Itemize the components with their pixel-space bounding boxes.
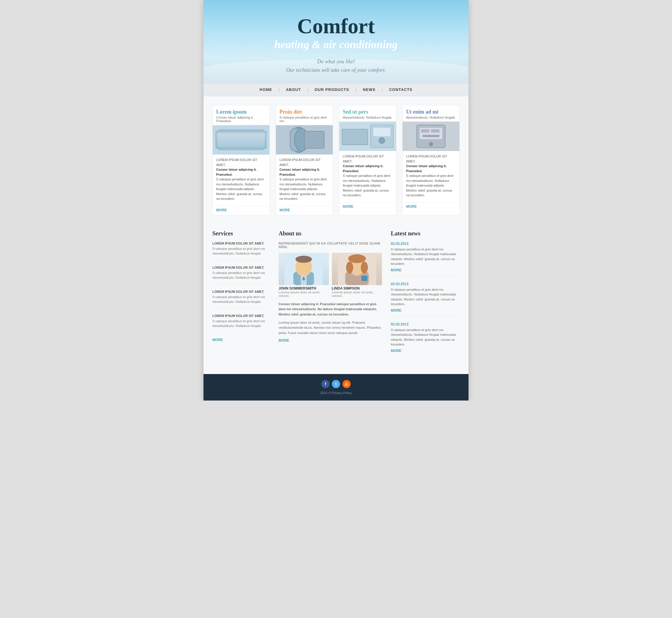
product-more-3[interactable]: MORE (339, 202, 396, 212)
svg-point-36 (345, 385, 346, 386)
nav-products[interactable]: OUR PRODUCTS (309, 87, 354, 92)
product-image-3 (339, 121, 396, 151)
team-member-2-role: Loremp ipsum dolor sit amet, consec. (332, 291, 382, 298)
svg-rect-22 (423, 135, 440, 137)
product-title-3: Sed ut pers (339, 105, 396, 116)
nav-contacts[interactable]: CONTACTS (384, 87, 418, 92)
news-text-1: S natoque penatibus et gnis dent mo ntes… (391, 247, 460, 266)
footer-copyright: 2013 © Privacy Policy (209, 391, 463, 395)
about-body-text: Loremp ipsum dolor sit amet, consec tetu… (278, 320, 382, 336)
service-item-text-4: S natoque penatibus et gnis dent mo ntes… (212, 319, 270, 328)
news-more-3[interactable]: MORE (391, 349, 460, 353)
product-subtitle-4: Atessetuidiuclu. Nulladuce feugiat. (403, 116, 459, 121)
team-member-2: LINDA SIMPSON Loremp ipsum dolor sit ame… (332, 253, 382, 298)
svg-rect-10 (305, 131, 325, 148)
product-image-1 (213, 125, 269, 154)
team-member-1-role: Loremp ipsum dolor sit amet, consec. (278, 291, 329, 298)
svg-rect-14 (373, 128, 391, 136)
product-body-4: LOREM IPSUM DOLOR SIT AMET, Consec tetue… (403, 151, 459, 201)
facebook-icon[interactable]: f (321, 380, 330, 388)
service-item-text-2: S natoque penatibus et gnis dent mo ntes… (212, 271, 270, 280)
about-team: JOHN SOMMERSMITH Loremp ipsum dolor sit … (278, 253, 382, 298)
svg-point-26 (296, 256, 312, 263)
svg-point-32 (348, 254, 366, 263)
main-nav: HOME | ABOUT | OUR PRODUCTS | NEWS | CON… (203, 83, 469, 96)
product-title-4: Ut enim ad mi (403, 105, 459, 116)
service-item-2: LOREM IPSUM DOLOR SIT AMET, S natoque pe… (212, 266, 270, 285)
news-more-2[interactable]: MORE (391, 308, 460, 313)
about-subtitle: REPREHENDERIT QUI IN EA VOLUPTATE VELIT … (278, 241, 382, 249)
about-title: About us (278, 230, 382, 237)
nav-home[interactable]: HOME (254, 87, 277, 92)
footer: f t 2013 © Privacy Policy (203, 374, 469, 401)
news-title: Latest news (391, 230, 460, 237)
bottom-grid: Services LOREM IPSUM DOLOR SIT AMET, S n… (212, 227, 460, 371)
svg-rect-19 (421, 129, 430, 133)
product-title-1: Lorem ipsum (213, 105, 269, 116)
product-subtitle-2: S natoque penatibus et gnis dent mo. (276, 116, 333, 125)
products-grid: Lorem ipsum Consec tetuer adipicing it. … (212, 105, 460, 215)
svg-rect-1 (218, 130, 264, 150)
product-body-3: LOREM IPSUM DOLOR SIT AMET, Consec tetue… (339, 151, 396, 201)
service-item-text-3: S natoque penatibus et gnis dent mo ntes… (212, 295, 270, 304)
product-image-4 (403, 121, 459, 151)
svg-point-15 (379, 138, 385, 143)
product-more-1[interactable]: MORE (213, 206, 269, 215)
product-title-2: Proin diet (276, 105, 333, 116)
team-member-2-img (332, 253, 382, 285)
team-member-2-name: LINDA SIMPSON (332, 286, 382, 291)
news-item-2: 02.03.2013 S natoque penatibus et gnis d… (391, 282, 460, 317)
product-card-3: Sed ut pers Atessetuidiuclu. Nulladuce f… (339, 105, 396, 215)
hero-title-comfort: Comfort (215, 15, 457, 38)
news-more-1[interactable]: MORE (391, 268, 460, 272)
svg-point-33 (346, 262, 353, 274)
service-item-3: LOREM IPSUM DOLOR SIT AMET, S natoque pe… (212, 290, 270, 309)
svg-rect-35 (361, 276, 367, 281)
news-text-3: S natoque penatibus et gnis dent mo ntes… (391, 327, 460, 347)
service-item-title-3: LOREM IPSUM DOLOR SIT AMET, (212, 290, 270, 293)
product-body-2: LOREM IPSUM DOLOR SIT AMET, Consec tetue… (276, 154, 333, 204)
service-item-4: LOREM IPSUM DOLOR SIT AMET, S natoque pe… (212, 314, 270, 332)
service-item-title-2: LOREM IPSUM DOLOR SIT AMET, (212, 266, 270, 269)
twitter-icon[interactable]: t (332, 380, 340, 388)
svg-rect-12 (342, 129, 368, 145)
product-more-2[interactable]: MORE (276, 206, 333, 215)
team-member-1-img (278, 253, 329, 285)
nav-news[interactable]: NEWS (357, 87, 381, 92)
product-subtitle-3: Atessetuidiuclu. Nulladuce feugiat. (339, 116, 396, 121)
product-card-2: Proin diet S natoque penatibus et gnis d… (276, 105, 333, 215)
service-item-title-1: LOREM IPSUM DOLOR SIT AMET, (212, 241, 270, 245)
main-content: Lorem ipsum Consec tetuer adipicing it. … (203, 96, 469, 374)
news-date-2: 02.03.2013 (391, 282, 460, 286)
svg-point-34 (361, 262, 368, 274)
hero-tagline: Do what you like! Our technicians will t… (215, 58, 457, 75)
service-item-title-4: LOREM IPSUM DOLOR SIT AMET, (212, 314, 270, 318)
rss-icon[interactable] (342, 380, 351, 388)
about-more-link[interactable]: MORE (278, 338, 382, 342)
services-section: Services LOREM IPSUM DOLOR SIT AMET, S n… (212, 230, 270, 362)
services-more-link[interactable]: MORE (212, 338, 270, 342)
hero-section: Comfort heating & air conditioning Do wh… (203, 0, 469, 83)
product-image-2 (276, 125, 333, 154)
news-text-2: S natoque penatibus et gnis dent mo ntes… (391, 287, 460, 307)
news-section: Latest news 02.03.2013 S natoque penatib… (391, 230, 460, 362)
product-body-1: LOREM IPSUM DOLOR SIT AMET, Consec tetue… (213, 154, 269, 204)
footer-social: f t (209, 380, 463, 388)
hero-title-sub: heating & air conditioning (215, 38, 457, 51)
service-item-text-1: S natoque penatibus et gnis dent mo ntes… (212, 246, 270, 256)
product-more-4[interactable]: MORE (403, 202, 459, 212)
services-title: Services (212, 230, 270, 237)
nav-about[interactable]: ABOUT (281, 87, 306, 92)
product-card-1: Lorem ipsum Consec tetuer adipicing it. … (212, 105, 270, 215)
about-body-bold: Consec tetuer adipicing it. Praesebul na… (278, 302, 382, 317)
news-date-3: 02.03.2013 (391, 322, 460, 326)
svg-point-21 (429, 143, 433, 146)
product-subtitle-1: Consec tetuer adipicing it. Praesebul. (213, 116, 269, 125)
news-item-3: 02.03.2013 S natoque penatibus et gnis d… (391, 322, 460, 357)
team-member-1: JOHN SOMMERSMITH Loremp ipsum dolor sit … (278, 253, 329, 298)
team-member-1-name: JOHN SOMMERSMITH (278, 286, 329, 291)
news-date-1: 02.03.2013 (391, 241, 460, 246)
service-item-1: LOREM IPSUM DOLOR SIT AMET, S natoque pe… (212, 241, 270, 261)
product-card-4: Ut enim ad mi Atessetuidiuclu. Nulladuce… (402, 105, 460, 215)
about-section: About us REPREHENDERIT QUI IN EA VOLUPTA… (278, 230, 382, 362)
